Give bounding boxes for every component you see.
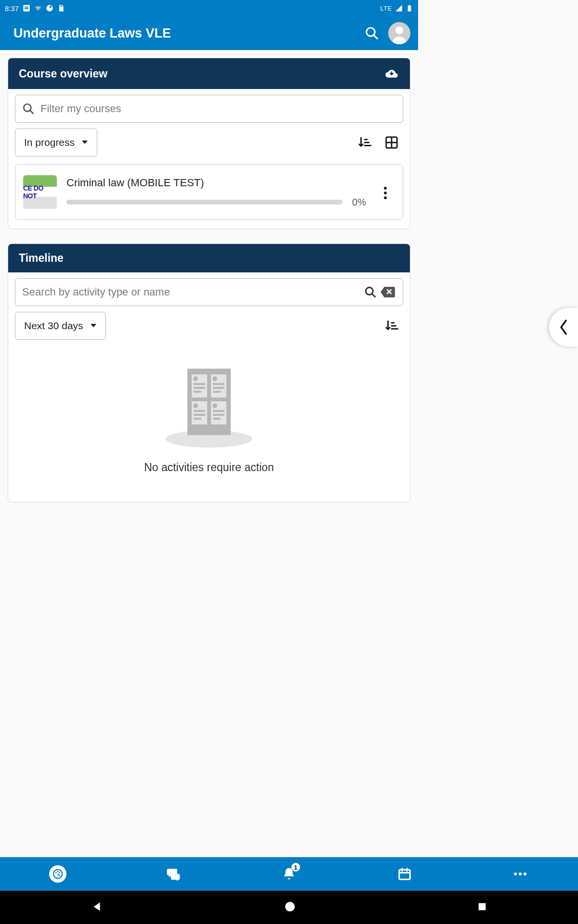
svg-rect-38	[194, 387, 205, 389]
svg-rect-37	[194, 383, 205, 385]
sort-icon	[384, 319, 399, 333]
svg-point-36	[193, 376, 198, 381]
svg-line-11	[374, 35, 378, 39]
timeline-card: Timeline Next 30 days	[8, 244, 410, 502]
svg-rect-47	[194, 418, 201, 420]
timeline-header: Timeline	[8, 244, 410, 272]
sort-icon	[357, 135, 372, 150]
svg-point-48	[212, 403, 217, 408]
empty-activities-icon	[161, 364, 257, 449]
grid-icon	[384, 135, 399, 150]
course-status-label: In progress	[24, 137, 75, 148]
timeline-range-dropdown[interactable]: Next 30 days	[15, 312, 106, 340]
course-overview-header: Course overview	[8, 58, 410, 89]
app-header: Undergraduate Laws VLE	[0, 16, 418, 50]
svg-point-24	[384, 196, 387, 199]
course-thumb-text: CE DO NOT	[23, 184, 57, 200]
app-badge-icon	[23, 4, 30, 12]
course-overview-card: Course overview In progress	[8, 58, 410, 229]
svg-rect-49	[213, 410, 224, 412]
svg-point-40	[212, 376, 217, 381]
svg-rect-6	[61, 6, 62, 7]
course-menu-button[interactable]	[376, 184, 395, 200]
network-label: LTE	[381, 5, 392, 12]
timeline-search-box[interactable]	[15, 278, 403, 306]
profile-avatar[interactable]	[388, 22, 410, 44]
course-filter-input[interactable]	[40, 103, 396, 115]
course-overview-title: Course overview	[19, 67, 384, 80]
svg-rect-1	[25, 7, 28, 8]
svg-rect-2	[25, 8, 28, 9]
timeline-empty-state: No activities require action	[15, 347, 403, 493]
battery-icon	[406, 4, 413, 12]
svg-rect-8	[408, 6, 411, 12]
search-icon	[364, 286, 377, 298]
svg-rect-5	[60, 6, 61, 7]
svg-point-13	[395, 26, 403, 34]
svg-rect-46	[194, 414, 205, 416]
sd-card-icon	[57, 4, 65, 12]
timeline-range-label: Next 30 days	[24, 320, 83, 332]
wifi-icon: ?	[34, 4, 42, 12]
search-icon	[365, 26, 379, 40]
svg-rect-51	[213, 418, 221, 420]
chevron-down-icon	[81, 140, 88, 145]
course-filter-box[interactable]	[15, 95, 403, 123]
svg-rect-42	[213, 387, 224, 389]
svg-rect-9	[409, 5, 410, 6]
svg-line-26	[372, 294, 375, 297]
svg-point-44	[193, 403, 198, 408]
cloud-download-icon	[385, 67, 398, 80]
course-progress-percent: 0%	[352, 197, 366, 208]
clock-icon	[46, 4, 53, 12]
course-status-dropdown[interactable]: In progress	[15, 128, 97, 156]
timeline-title: Timeline	[19, 252, 399, 265]
kebab-menu-icon	[383, 186, 387, 200]
svg-rect-45	[194, 410, 205, 412]
svg-rect-43	[213, 391, 221, 393]
course-title: Criminal law (MOBILE TEST)	[66, 177, 366, 189]
status-time: 8:37	[5, 4, 19, 13]
empty-activities-text: No activities require action	[144, 461, 274, 474]
chevron-down-icon	[90, 323, 97, 328]
header-search-button[interactable]	[360, 22, 383, 45]
svg-rect-50	[213, 414, 224, 416]
course-thumbnail: CE DO NOT	[23, 175, 57, 209]
course-layout-button[interactable]	[380, 131, 403, 154]
download-courses-button[interactable]	[384, 66, 399, 81]
course-sort-button[interactable]	[353, 131, 376, 154]
svg-rect-41	[213, 383, 224, 385]
backspace-icon[interactable]	[380, 286, 396, 298]
status-bar: 8:37 ? LTE	[0, 0, 418, 16]
course-item[interactable]: CE DO NOT Criminal law (MOBILE TEST) 0%	[15, 164, 403, 220]
signal-icon	[395, 4, 403, 12]
search-icon	[22, 103, 35, 115]
page-title: Undergraduate Laws VLE	[13, 26, 360, 41]
svg-point-22	[384, 187, 387, 190]
course-progress-bar	[66, 200, 342, 205]
avatar-placeholder-icon	[388, 22, 410, 44]
svg-line-15	[30, 110, 33, 114]
svg-rect-39	[194, 391, 201, 393]
svg-rect-7	[62, 6, 63, 7]
svg-point-23	[384, 192, 387, 194]
timeline-search-input[interactable]	[22, 286, 358, 298]
timeline-sort-button[interactable]	[380, 314, 403, 337]
